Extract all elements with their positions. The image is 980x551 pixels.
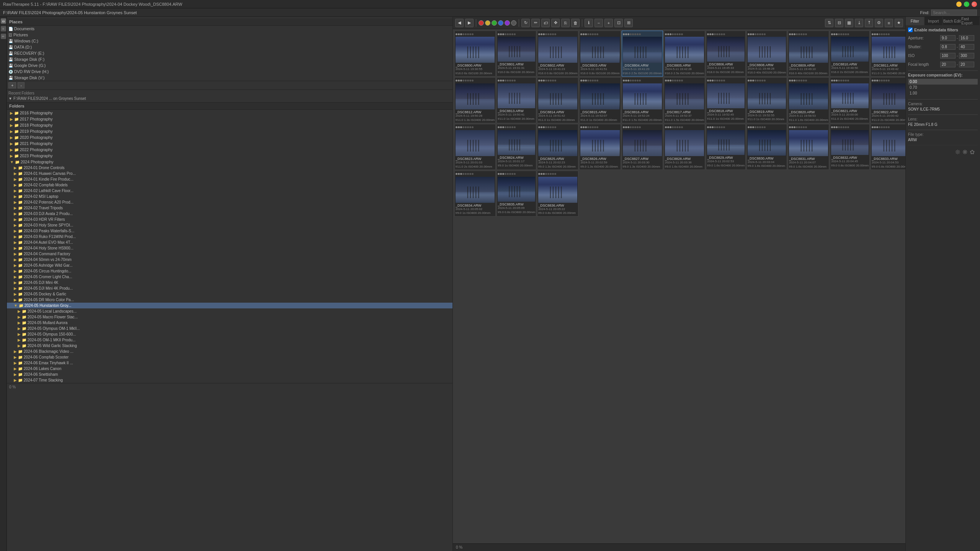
thumbnail-_DSC8836-ARW[interactable]: _DSC8836.ARW2024-5-11 20:05:22f/9.0 0.8s… [537, 171, 578, 217]
sidebar-item-documents[interactable]: 📄 Documents [7, 26, 452, 32]
aperture-to-input[interactable] [959, 35, 974, 41]
folder-2023[interactable]: ▶ 📁 2023 Photography [7, 153, 452, 159]
subfolder-ashridge[interactable]: ▶ 📁 2024-05 Ashridge Wild Gar... [7, 262, 452, 268]
subfolder-emax[interactable]: ▶ 📁 2024-06 Emax Tinyhawk II ... [7, 360, 452, 366]
thumbnail-_DSC8809-ARW[interactable]: _DSC8809.ARW2024-5-11 19:49:10f/16.0 40s… [788, 31, 829, 77]
thumbnail-_DSC8833-ARW[interactable]: _DSC8833.ARW2024-5-11 20:04:53f/9.0 0.8s… [871, 124, 905, 170]
sidebar-item-dvd-h[interactable]: 💿 DVD RW Drive (H:) [7, 68, 452, 75]
color-yellow-button[interactable] [485, 20, 490, 26]
subfolder-huawei[interactable]: ▶ 📁 2024-01 Huawei Canvas Pro... [7, 171, 452, 176]
find-input[interactable] [931, 10, 977, 16]
subfolder-drone[interactable]: ▶ 📁 2024-01 Drone Controls [7, 165, 452, 171]
subfolder-command[interactable]: ▶ 📁 2024-04 Command Factory [7, 251, 452, 257]
export-button[interactable]: ⤒ [865, 19, 873, 27]
folder-2021[interactable]: ▶ 📁 2021 Photography [7, 140, 452, 147]
minimize-button[interactable]: — [956, 2, 962, 7]
thumbnail-_DSC8824-ARW[interactable]: _DSC8824.ARW2024-5-11 20:01:17f/9.0 1s I… [497, 124, 536, 170]
thumbnail-_DSC8820-ARW[interactable]: _DSC8820.ARW2024-5-11 19:58:53f/11.0 1.6… [788, 77, 829, 123]
zoom-in-button[interactable]: + [604, 19, 613, 27]
subfolder-olympus[interactable]: ▶ 📁 2024-05 Olympus OM-1 MkII... [7, 326, 452, 331]
add-place-button[interactable]: + [8, 82, 16, 88]
info-button[interactable]: ℹ [585, 19, 593, 27]
thumbnail-_DSC8831-ARW[interactable]: _DSC8831.ARW2024-5-11 20:04:07f/9.0 1.6s… [788, 124, 829, 170]
thumbnail-_DSC8830-ARW[interactable]: _DSC8830.ARW2024-5-11 20:03:04f/9.0 1.6s… [746, 124, 787, 170]
color-purple-button[interactable] [505, 20, 510, 26]
sidebar-item-data-d[interactable]: 💾 DATA (D:) [7, 44, 452, 50]
thumbnail-_DSC8801-ARW[interactable]: _DSC8801.ARW2024-5-11 19:31:31f/16.0 8s … [497, 31, 536, 77]
subfolder-dockeygarlic[interactable]: ▶ 📁 2024-05 Dockey & Garlic [7, 291, 452, 297]
thumbnail-_DSC8822-ARW[interactable]: _DSC8822.ARW2024-5-11 20:00:42f/11.0 2s … [871, 77, 905, 123]
color-blue-button[interactable] [498, 20, 503, 26]
thumbnail-_DSC8804-ARW[interactable]: _DSC8804.ARW2024-5-11 19:41:23f/16.0 2.5… [622, 31, 663, 77]
sidebar-item-windows-c[interactable]: 💾 Windows (C:) [7, 38, 452, 44]
subfolder-avata[interactable]: ▶ 📁 2024-03 DJI Avata 2 Produ... [7, 211, 452, 217]
sidebar-item-storage-f[interactable]: 💾 Storage Disk (F:) [7, 56, 452, 62]
queue-icon[interactable]: ≡ [1, 26, 6, 31]
thumbnail-_DSC8827-ARW[interactable]: _DSC8827.ARW2024-5-11 20:03:30f/9.0 1.3s… [622, 124, 663, 170]
focal-to-input[interactable] [959, 62, 974, 67]
thumbnail-_DSC8817-ARW[interactable]: _DSC8817.ARW2024-5-11 19:52:37f/11.0 1.5… [664, 77, 705, 123]
move-button[interactable]: ✥ [551, 19, 560, 27]
ec-value-0[interactable]: 0.00 [908, 79, 978, 85]
focal-from-input[interactable] [940, 62, 956, 67]
thumbnail-_DSC8832-ARW[interactable]: _DSC8832.ARW2024-5-11 20:04:45f/9.0 0.8s… [830, 124, 870, 170]
subfolder-holystone[interactable]: ▶ 📁 2024-03 Holy Stone SPYDI... [7, 222, 452, 228]
thumbnail-_DSC8810-ARW[interactable]: _DSC8810.ARW2024-5-11 19:48:50f/16.0 2s … [830, 31, 870, 77]
color-red-button[interactable] [479, 20, 484, 26]
sync-button[interactable]: ↻ [521, 19, 530, 27]
copy-button[interactable]: ⎘ [561, 19, 570, 27]
actual-size-button[interactable]: ⊞ [624, 19, 633, 27]
subfolder-ruko[interactable]: ▶ 📁 2024-03 Ruko F11MINI Prod... [7, 234, 452, 240]
open-editor-button[interactable]: ✏ [531, 19, 540, 27]
subfolder-localland[interactable]: ▶ 📁 2024-05 Local Landscapes... [7, 308, 452, 314]
remove-place-button[interactable]: - [18, 82, 24, 88]
thumbnail-_DSC8811-ARW[interactable]: _DSC8811.ARW2024-5-11 19:49:42f/11.0 1.3… [871, 31, 905, 77]
subfolder-djimini4kpro[interactable]: ▶ 📁 2024-05 DJI Mini 4K Produ... [7, 285, 452, 291]
thumbnail-_DSC8818-ARW[interactable]: _DSC8818.ARW2024-5-11 19:52:45f/11.0 1s … [706, 77, 746, 123]
thumbnail-_DSC8814-ARW[interactable]: _DSC8814.ARW2024-5-11 19:51:42f/11.0 1s … [537, 77, 578, 123]
subfolder-lathkill[interactable]: ▶ 📁 2024-02 Lathkill Cave Floor... [7, 188, 452, 194]
settings-button[interactable]: ⚙ [875, 19, 883, 27]
nav-back-button[interactable]: ◀ [455, 19, 464, 27]
tab-batch-edit[interactable]: Batch Edit [943, 17, 962, 25]
thumbnail-_DSC8826-ARW[interactable]: _DSC8826.ARW2024-5-11 20:02:59f/9.0 1.3s… [579, 124, 621, 170]
view-button[interactable]: ▦ [845, 19, 853, 27]
queue-button[interactable]: ≡ [885, 19, 893, 27]
subfolder-peaks[interactable]: ▶ 📁 2024-03 Peaks Waterfalls-S... [7, 228, 452, 234]
thumbnail-_DSC8815-ARW[interactable]: _DSC8815.ARW2024-5-11 19:52:07f/11.0 1s … [579, 77, 621, 123]
batch-rename-button[interactable]: 🏷 [541, 19, 550, 27]
star-button[interactable]: ★ [895, 19, 903, 27]
iso-from-input[interactable] [940, 53, 956, 59]
folder-2024[interactable]: ▼ 📁 2024 Photography [7, 159, 452, 165]
shutter-to-input[interactable] [959, 44, 974, 50]
subfolder-mullard[interactable]: ▶ 📁 2024-05 Mullard Aurora [7, 320, 452, 326]
thumbnail-_DSC8835-ARW[interactable]: _DSC8835.ARW2024-5-11 20:05:09f/9.0 0.8s… [497, 171, 536, 217]
thumbnail-_DSC8825-ARW[interactable]: _DSC8825.ARW2024-5-11 20:02:23f/9.0 1.3s… [537, 124, 578, 170]
folder-2022[interactable]: ▶ 📁 2022 Photography [7, 147, 452, 153]
nav-forward-button[interactable]: ▶ [465, 19, 474, 27]
thumbnail-_DSC8808-ARW[interactable]: _DSC8808.ARW2024-5-11 19:48:28f/16.0 40s… [746, 31, 787, 77]
subfolder-hdrvr[interactable]: ▶ 📁 2024-03 HDR VR Filters [7, 217, 452, 222]
editor-icon[interactable]: ✏ [1, 34, 6, 39]
sidebar-item-storage-v[interactable]: 💾 Storage Disk (V:) [7, 75, 452, 81]
subfolder-cromer[interactable]: ▶ 📁 2024-05 Cromer Light Cha... [7, 274, 452, 280]
shutter-from-input[interactable] [940, 44, 956, 50]
subfolder-olympus150[interactable]: ▶ 📁 2024-05 Olympus 150-600... [7, 331, 452, 337]
sidebar-item-google-g[interactable]: 💾 Google Drive (G:) [7, 62, 452, 68]
subfolder-kindle[interactable]: ▶ 📁 2024-01 Kindle Fire Produc... [7, 176, 452, 182]
subfolder-autel[interactable]: ▶ 📁 2024-04 Autel EVO Max 4T... [7, 240, 452, 245]
thumbnail-_DSC8803-ARW[interactable]: _DSC8803.ARW2024-5-11 19:41:51f/16.0 0.8… [579, 31, 621, 77]
thumbnail-_DSC8812-ARW[interactable]: _DSC8812.ARW2024-5-11 19:50:28f/11.0 1.3… [454, 77, 496, 123]
folder-2019[interactable]: ▶ 📁 2019 Photography [7, 128, 452, 134]
enable-metadata-checkbox[interactable] [908, 28, 913, 32]
thumbnail-_DSC8828-ARW[interactable]: _DSC8828.ARW2024-5-11 20:03:36f/9.0 1.6s… [664, 124, 705, 170]
folder-2016[interactable]: ▶ 📁 2016 Photography [7, 110, 452, 116]
thumbnail-_DSC8813-ARW[interactable]: _DSC8813.ARW2024-5-11 19:50:41f/11.0 1s … [497, 77, 536, 123]
aperture-from-input[interactable] [940, 35, 956, 41]
subfolder-holystone2[interactable]: ▶ 📁 2024-04 Holy Stone HS900... [7, 245, 452, 251]
recent-folder-item[interactable]: ▼ F:\RAW FILES\2024 ... on Groynes Sunse… [8, 96, 451, 101]
subfolder-msilaptop[interactable]: ▶ 📁 2024-02 MSI Laptop [7, 194, 452, 199]
subfolder-om1mkii[interactable]: ▶ 📁 2024-05 OM-1 MKII Produ... [7, 337, 452, 343]
sidebar-item-pictures[interactable]: 🖼 Pictures [7, 32, 452, 38]
folder-2018[interactable]: ▶ 📁 2018 Photography [7, 122, 452, 128]
